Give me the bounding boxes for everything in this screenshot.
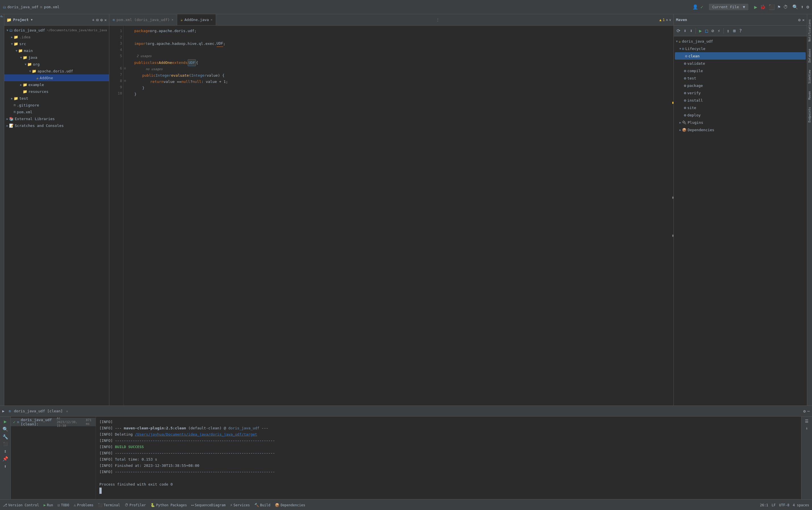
tree-addone[interactable]: ▶ ☕ AddOne <box>4 75 109 81</box>
mvn-skip-tests-icon[interactable]: ⊘ <box>710 28 716 34</box>
run-item-clean[interactable]: ✓ m doris_java_udf [clean]: At 2023/12/3… <box>11 418 96 426</box>
mvn-deploy[interactable]: ⚙ deploy <box>674 111 807 119</box>
debug-icon[interactable]: 🐞 <box>760 4 766 10</box>
tree-org[interactable]: ▼ 📁 org <box>4 61 109 67</box>
brs-list-icon[interactable]: ☰ <box>805 419 809 423</box>
mvn-sync-icon[interactable]: ⟳ <box>675 28 682 34</box>
maven-label[interactable]: Maven <box>808 89 812 102</box>
tab-pomxml[interactable]: m pom.xml (doris_java_udf) ✕ <box>109 14 177 25</box>
profile-icon[interactable]: ⏱ <box>783 4 788 10</box>
tree-root[interactable]: ▼ 🗂 doris_java_udf ~/Documents/idea_java… <box>4 27 109 33</box>
tab-run-close[interactable]: ✕ <box>66 409 68 413</box>
mvn-help-icon[interactable]: ? <box>738 28 743 34</box>
vcs-push-icon[interactable]: ⬆ <box>801 4 804 10</box>
mvn-validate[interactable]: ⚙ validate <box>674 60 807 67</box>
tree-apache[interactable]: ▼ 📁 apache.doris.udf <box>4 67 109 75</box>
run-icon[interactable]: ▶ <box>754 4 757 10</box>
brs-jump-icon[interactable]: ↓ <box>806 426 808 430</box>
sideview-label[interactable]: SideView <box>808 67 812 86</box>
tab-run[interactable]: m doris_java_udf [clean] ✕ <box>5 408 71 414</box>
mvn-site[interactable]: ⚙ site <box>674 104 807 111</box>
toolbar-vcs-icon[interactable]: ✓ <box>700 4 703 10</box>
tab-pomxml-close[interactable]: ✕ <box>172 18 173 22</box>
project-close-icon[interactable]: ✕ <box>105 18 107 22</box>
editor-scrollbar[interactable] <box>669 26 673 405</box>
tree-idea[interactable]: ▶ 📁 .idea <box>4 33 109 40</box>
editor-more-tabs[interactable]: ⋮ <box>433 18 442 22</box>
bt-settings-icon[interactable]: ⚙ <box>803 409 806 414</box>
sb-sequence-diagram[interactable]: ⟷ SequenceDiagram <box>191 503 226 507</box>
mvn-test[interactable]: ⚙ test <box>674 75 807 82</box>
mvn-download-sources-icon[interactable]: ⬇ <box>689 28 694 34</box>
sb-dependencies[interactable]: 📦 Dependencies <box>275 503 305 507</box>
maven-settings-icon[interactable]: ⚙ <box>798 18 800 22</box>
sb-todo[interactable]: ☑ TODO <box>58 503 69 507</box>
tab-addone-close[interactable]: ✕ <box>211 18 213 22</box>
mvn-download-icon[interactable]: ⬇ <box>683 28 688 34</box>
stop-icon[interactable]: ⬛ <box>768 4 775 10</box>
sb-python-packages[interactable]: 🐍 Python Packages <box>150 503 187 507</box>
bl-search-icon[interactable]: 🔍 <box>3 426 8 432</box>
warning-nav-down[interactable]: ∨ <box>669 18 671 22</box>
project-collapse-icon[interactable]: ⊟ <box>96 18 98 22</box>
mvn-run-debug-icon[interactable]: □ <box>704 28 709 34</box>
bl-run-icon[interactable]: ▶ <box>4 419 7 424</box>
tree-src[interactable]: ▼ 📁 src <box>4 40 109 47</box>
notifications-label[interactable]: Notifications <box>808 17 812 44</box>
project-settings-icon[interactable]: ⚙ <box>100 18 103 22</box>
bl-scroll-icon[interactable]: ↕ <box>4 448 7 454</box>
sb-services[interactable]: ⚡ Services <box>230 503 250 507</box>
database-label[interactable]: Database <box>808 47 812 65</box>
mvn-root[interactable]: ▼ ☕ doris_java_udf <box>674 37 807 45</box>
mvn-clean[interactable]: ⚙ clean <box>675 52 806 60</box>
mvn-install[interactable]: ⚙ install <box>674 96 807 104</box>
project-new-file-icon[interactable]: + <box>92 18 94 22</box>
project-dropdown-icon[interactable]: ▼ <box>31 18 33 21</box>
mvn-generate-icon[interactable]: ⚡ <box>716 28 721 34</box>
tree-test[interactable]: ▶ 📁 test <box>4 95 109 102</box>
bl-wrench-icon[interactable]: 🔧 <box>3 434 8 440</box>
tree-pomxml[interactable]: ▶ m pom.xml <box>4 109 109 115</box>
warning-nav-up[interactable]: ∧ <box>666 18 668 22</box>
tree-example[interactable]: ▶ 📁 example <box>4 81 109 88</box>
mvn-plugins[interactable]: ▶ 🔌 Plugins <box>674 119 807 126</box>
tree-scratches[interactable]: ▶ 📝 Scratches and Consoles <box>4 122 109 129</box>
mvn-run-icon[interactable]: ▶ <box>698 28 703 34</box>
console-output[interactable]: [INFO] [INFO] --- maven-clean-plugin:2.5… <box>96 417 801 499</box>
code-editor[interactable]: package org.apache.doris.udf; import org… <box>130 26 669 405</box>
toolbar-avatar-icon[interactable]: 👤 <box>693 4 698 10</box>
settings-icon[interactable]: ⚙ <box>806 4 809 10</box>
con-path-link[interactable]: /Users/jayhua/Documents/idea_java/doris_… <box>135 432 257 436</box>
sb-indent[interactable]: 4 spaces <box>793 503 809 507</box>
sb-terminal[interactable]: ⬛ Terminal <box>98 503 120 507</box>
sb-vcs[interactable]: ⎇ Version Control <box>3 503 39 507</box>
current-file-button[interactable]: Current File ▼ <box>709 4 749 10</box>
bl-up-icon[interactable]: ⬆ <box>4 464 7 469</box>
sb-position[interactable]: 26:1 <box>760 503 768 507</box>
mvn-group-icon[interactable]: ⊞ <box>732 28 737 34</box>
mvn-dependencies[interactable]: ▶ 📦 Dependencies <box>674 126 807 134</box>
endpoints-label[interactable]: Endpoints <box>808 105 812 125</box>
sb-lf[interactable]: LF <box>772 503 776 507</box>
activity-project-icon[interactable]: P <box>0 15 4 17</box>
maven-close-icon[interactable]: ✕ <box>802 18 805 22</box>
bl-pin-icon[interactable]: 📌 <box>3 456 8 461</box>
bl-stop-icon[interactable]: ⬛ <box>3 442 8 446</box>
mvn-compile[interactable]: ⚙ compile <box>674 67 807 75</box>
sb-profiler[interactable]: ⏱ Profiler <box>125 503 146 507</box>
sb-run[interactable]: ▶ Run <box>44 503 53 507</box>
sb-build[interactable]: 🔨 Build <box>254 503 270 507</box>
tree-java[interactable]: ▼ 📁 java <box>4 54 109 61</box>
mvn-expand-icon[interactable]: ↕ <box>726 28 731 34</box>
coverage-icon[interactable]: ⚑ <box>778 4 781 10</box>
tree-external-libs[interactable]: ▶ 📚 External Libraries <box>4 115 109 122</box>
mvn-package[interactable]: ⚙ package <box>674 82 807 89</box>
mvn-verify[interactable]: ⚙ verify <box>674 89 807 96</box>
sb-problems[interactable]: ⚠ Problems <box>74 503 94 507</box>
tree-main[interactable]: ▼ 📁 main <box>4 47 109 54</box>
sb-encoding[interactable]: UTF-8 <box>779 503 789 507</box>
tab-addone[interactable]: ☕ AddOne.java ✕ <box>177 14 216 25</box>
search-icon[interactable]: 🔍 <box>792 4 798 10</box>
tree-resources[interactable]: ▶ 📁 resources <box>4 88 109 95</box>
tree-gitignore[interactable]: ▶ m .gitignore <box>4 102 109 109</box>
